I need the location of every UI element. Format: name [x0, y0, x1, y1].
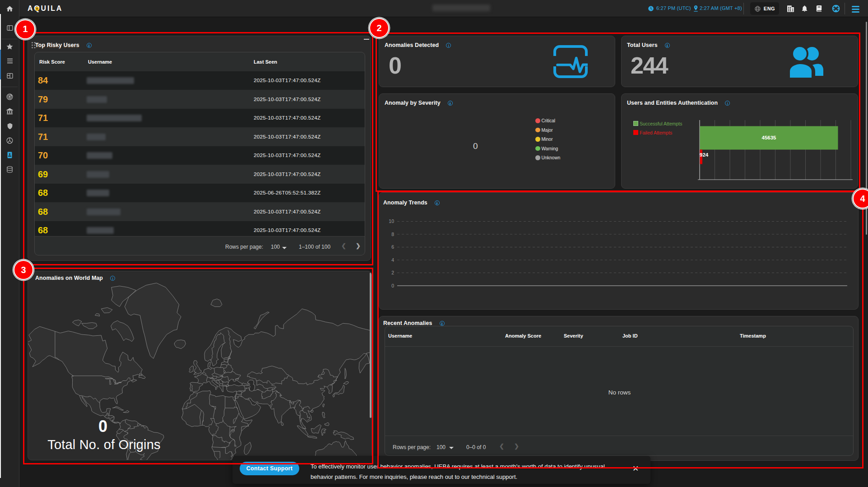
- svg-text:45635: 45635: [762, 135, 777, 140]
- svg-text:10: 10: [389, 218, 394, 224]
- svg-text:924: 924: [700, 152, 709, 158]
- svg-text:6: 6: [391, 244, 394, 250]
- svg-text:8: 8: [391, 232, 394, 237]
- svg-text:0: 0: [391, 283, 394, 288]
- svg-text:4: 4: [391, 257, 394, 263]
- svg-text:2: 2: [391, 270, 394, 275]
